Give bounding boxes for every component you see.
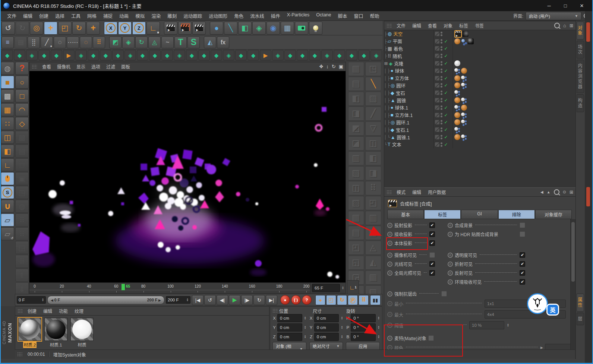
checkbox-接收投影[interactable]: ✔: [429, 231, 435, 237]
effector-icon-10[interactable]: ◈: [124, 50, 136, 60]
palette-icon-0-11[interactable]: ▤: [348, 226, 364, 240]
menu-Octane[interactable]: Octane: [313, 12, 334, 19]
dock-tab-属性[interactable]: 属性: [577, 294, 584, 311]
dock-tab-内容浏览器[interactable]: 内容浏览器: [577, 60, 584, 93]
key-position-toggle[interactable]: +: [315, 295, 325, 305]
ime-lang-button[interactable]: 英: [546, 304, 559, 316]
anim-dot[interactable]: [448, 262, 453, 267]
menu-流水线[interactable]: 流水线: [247, 12, 268, 19]
deselect-dice-button[interactable]: ⣿: [28, 37, 40, 48]
dock-tab-层[interactable]: 层: [577, 313, 584, 325]
visibility-dots[interactable]: [441, 76, 442, 80]
loop-mode-button[interactable]: ↺: [204, 295, 216, 305]
om-menu-查看[interactable]: 查看: [425, 22, 440, 29]
panel-grip[interactable]: [32, 64, 37, 69]
snap-s-toggle[interactable]: S: [1, 186, 14, 199]
palette-icon-0-6[interactable]: ▥: [348, 151, 364, 165]
anim-dot[interactable]: [448, 223, 453, 228]
coord-stepper[interactable]: ▲▼: [303, 316, 306, 320]
enable-check[interactable]: ✓: [444, 105, 448, 110]
visibility-dots[interactable]: [441, 54, 442, 58]
grid-points-button[interactable]: ⠿: [93, 37, 105, 48]
layer-toggle[interactable]: [435, 83, 439, 88]
enable-check[interactable]: ✓: [444, 142, 448, 147]
visibility-dots[interactable]: [441, 91, 442, 95]
object-row[interactable]: │ ├ ◆ 宝石.1 ✓: [384, 126, 575, 133]
object-name[interactable]: 宝石.1: [396, 126, 409, 133]
visibility-dots[interactable]: [441, 61, 442, 66]
panel-grip[interactable]: [387, 23, 392, 28]
effector-icon-28[interactable]: ◆: [346, 50, 357, 60]
effector-icon-3[interactable]: ◆: [38, 50, 50, 60]
coord-field-旋转-H[interactable]: 0 °: [351, 314, 376, 322]
key-parameter-toggle[interactable]: Ⓟ: [348, 295, 358, 305]
visibility-dots[interactable]: [441, 142, 442, 147]
material-tag[interactable]: [454, 134, 460, 140]
effector-icon-24[interactable]: ◆: [297, 50, 308, 60]
am-menu-编辑[interactable]: 编辑: [409, 189, 425, 195]
om-menu-文件[interactable]: 文件: [393, 22, 409, 29]
option-透明度可见[interactable]: 透明度可见 ✔: [448, 252, 525, 258]
am-add-icon[interactable]: ⊞: [570, 190, 573, 195]
object-name[interactable]: 圆锥.1: [397, 134, 410, 141]
metaball-button[interactable]: ◭: [204, 37, 216, 48]
material-tag[interactable]: [454, 75, 460, 81]
polygon-select[interactable]: ◇: [15, 117, 29, 130]
timeline-ruler[interactable]: 0 20 40 60 80 100 120 140 160 180 200 65…: [29, 282, 346, 293]
composite-tag[interactable]: [454, 30, 462, 38]
tweak-mode[interactable]: [1, 172, 14, 185]
key-rotation-toggle[interactable]: ↻: [337, 295, 347, 305]
history-button[interactable]: ▤: [15, 37, 27, 48]
threshold-field[interactable]: 10 %: [469, 321, 504, 329]
redo-button[interactable]: ↻: [16, 22, 29, 35]
am-search-icon[interactable]: [554, 189, 559, 195]
menu-模拟[interactable]: 模拟: [132, 12, 148, 19]
material-name[interactable]: 材质: [77, 341, 87, 348]
material-tag[interactable]: [461, 134, 467, 140]
viewport-menu-选项[interactable]: 选项: [88, 63, 103, 70]
material-tag[interactable]: [454, 90, 460, 96]
visibility-dots[interactable]: [441, 105, 442, 110]
object-row[interactable]: │ ├ ◆ 宝石 ✓: [384, 89, 575, 96]
tab-标签[interactable]: 标签: [424, 210, 461, 219]
material-tag[interactable]: [454, 112, 460, 118]
workplane-rotate[interactable]: ▱↺: [1, 227, 14, 240]
sphere-disabled[interactable]: ◍: [15, 200, 29, 213]
material-tag[interactable]: [461, 82, 467, 88]
points-mode[interactable]: ∷: [1, 117, 14, 130]
dots-disabled-1[interactable]: ⠿: [15, 213, 29, 227]
object-name[interactable]: 文本: [392, 141, 401, 148]
viewport-nav-icon-1[interactable]: ↕: [326, 64, 329, 69]
effector-icon-21[interactable]: ▶: [260, 50, 271, 60]
menu-编辑[interactable]: 编辑: [20, 12, 36, 19]
material-tag[interactable]: [454, 97, 460, 103]
last-used-tool[interactable]: +: [86, 22, 100, 35]
effector-icon-29[interactable]: ◆: [358, 50, 370, 60]
object-name[interactable]: 克隆: [394, 60, 403, 67]
effector-icon-0[interactable]: ◆: [1, 50, 13, 60]
viewport-menu-显示[interactable]: 显示: [73, 63, 88, 70]
enable-check[interactable]: ✓: [444, 127, 448, 132]
object-row[interactable]: │ ├ ◎ 圆环 ✓: [384, 82, 575, 89]
extrude-disabled[interactable]: ▣: [15, 172, 29, 185]
anim-dot[interactable]: [448, 232, 453, 237]
menu-捕捉[interactable]: 捕捉: [100, 12, 116, 19]
playhead[interactable]: [122, 284, 125, 290]
object-name[interactable]: 着色: [394, 45, 403, 52]
palette-icon-1-8[interactable]: ⠿: [365, 181, 381, 195]
rotate-tool[interactable]: ↻: [72, 22, 86, 35]
object-row[interactable]: │ ├ ● 球体.1 ✓: [384, 104, 575, 111]
effector-icon-14[interactable]: ◈: [174, 50, 185, 60]
visibility-dots[interactable]: [441, 135, 442, 139]
palette-icon-1-6[interactable]: ◧: [365, 151, 381, 165]
lock-z-axis[interactable]: Z: [132, 22, 146, 35]
layer-toggle[interactable]: [435, 105, 439, 110]
palette-icon-1-1[interactable]: ╲: [365, 77, 381, 91]
viewport-canvas[interactable]: [29, 71, 346, 282]
lasso-select[interactable]: ◠: [15, 103, 29, 116]
om-search-icon[interactable]: [554, 23, 560, 28]
viewport-nav-icon-0[interactable]: ✥: [319, 64, 323, 69]
anim-dot[interactable]: [387, 223, 392, 228]
coord-stepper[interactable]: ▲▼: [340, 335, 343, 339]
enable-check[interactable]: ✓: [444, 83, 448, 88]
